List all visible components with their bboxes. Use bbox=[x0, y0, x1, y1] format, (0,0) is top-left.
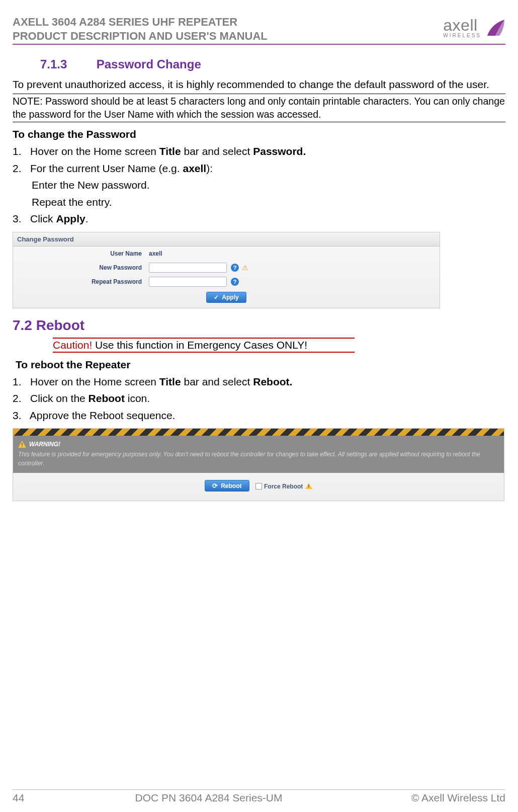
warning-triangle-icon bbox=[305, 483, 312, 489]
apply-button[interactable]: ✓ Apply bbox=[206, 292, 246, 303]
logo-swirl-icon bbox=[484, 18, 505, 39]
warning-triangle-icon bbox=[18, 441, 26, 448]
logo-text: axell bbox=[443, 16, 477, 34]
r1-pre: Hover on the Home screen bbox=[30, 376, 159, 387]
step1-mid: bar and select bbox=[181, 145, 253, 157]
apply-row: ✓ Apply bbox=[13, 289, 440, 308]
caution-block: Caution! Use this function in Emergency … bbox=[53, 338, 355, 353]
r1-b1: Title bbox=[159, 376, 181, 387]
r1-b2: Reboot. bbox=[253, 376, 292, 387]
apply-button-label: Apply bbox=[222, 294, 238, 301]
reboot-panel: WARNING! This feature is provided for em… bbox=[13, 428, 504, 501]
subhead-reboot: To reboot the Repeater bbox=[13, 359, 505, 371]
header-line1: AXELL 3604 A284 SERIES UHF REPEATER bbox=[13, 15, 268, 29]
subhead-change-password: To change the Password bbox=[13, 128, 505, 140]
r2-pre: Click on the bbox=[30, 392, 89, 404]
copyright: © Axell Wireless Ltd bbox=[375, 792, 505, 804]
heading-7-1-3: 7.1.3 Password Change bbox=[40, 57, 505, 71]
r1-mid: bar and select bbox=[181, 376, 253, 387]
change-password-panel: Change Password User Name axell New Pass… bbox=[13, 232, 440, 308]
warning-title-row: WARNING! bbox=[18, 440, 499, 449]
doc-pn: DOC PN 3604 A284 Series-UM bbox=[43, 792, 375, 804]
step2-b: axell bbox=[183, 163, 206, 174]
r2-post: icon. bbox=[125, 392, 150, 404]
header-line2: PRODUCT DESCRIPTION AND USER'S MANUAL bbox=[13, 29, 268, 43]
row-new-password: New Password ? ⚠ bbox=[13, 261, 440, 275]
caution-rest: Use this function in Emergency Cases ONL… bbox=[92, 339, 307, 351]
warning-title: WARNING! bbox=[29, 440, 60, 449]
row-username: User Name axell bbox=[13, 247, 440, 261]
repeat-password-input[interactable] bbox=[149, 277, 227, 287]
heading-number: 7.1.3 bbox=[40, 57, 93, 71]
new-password-input[interactable] bbox=[149, 263, 227, 273]
r3-text: Approve the Reboot sequence. bbox=[30, 410, 176, 421]
step-2: 2. For the current User Name (e.g. axell… bbox=[13, 160, 505, 177]
help-icon[interactable]: ? bbox=[231, 264, 239, 272]
label-username: User Name bbox=[13, 250, 149, 257]
step1-pre: Hover on the Home screen bbox=[30, 145, 159, 157]
hazard-stripe bbox=[13, 429, 504, 436]
panel-title: Change Password bbox=[13, 232, 440, 247]
force-reboot-group: Force Reboot bbox=[255, 481, 312, 491]
heading-title: Password Change bbox=[97, 57, 201, 71]
step-2-sub1: Enter the New password. bbox=[13, 177, 505, 193]
step3-pre: Click bbox=[30, 213, 56, 224]
step1-b2: Password. bbox=[253, 145, 306, 157]
header-title-block: AXELL 3604 A284 SERIES UHF REPEATER PROD… bbox=[13, 15, 268, 43]
logo-textblock: axell WIRELESS bbox=[443, 19, 481, 38]
step3-b: Apply bbox=[56, 213, 85, 224]
force-reboot-label: Force Reboot bbox=[264, 483, 303, 490]
step1-b1: Title bbox=[159, 145, 181, 157]
step-3: 3. Click Apply. bbox=[13, 211, 505, 227]
intro-paragraph: To prevent unauthorized access, it is hi… bbox=[13, 77, 505, 92]
reboot-step-3: 3. Approve the Reboot sequence. bbox=[13, 408, 505, 424]
label-repeat-password: Repeat Password bbox=[13, 278, 149, 285]
step2-pre: For the current User Name (e.g. bbox=[30, 163, 183, 174]
page-header: AXELL 3604 A284 SERIES UHF REPEATER PROD… bbox=[13, 15, 505, 45]
r2-b: Reboot bbox=[89, 392, 125, 404]
reboot-button-row: ⟳ Reboot Force Reboot bbox=[13, 473, 504, 501]
caution-word: Caution! bbox=[53, 339, 92, 351]
page-footer: 44 DOC PN 3604 A284 Series-UM © Axell Wi… bbox=[13, 789, 505, 804]
logo-subtext: WIRELESS bbox=[443, 33, 481, 38]
heading-7-2: 7.2 Reboot bbox=[13, 317, 505, 334]
reboot-icon: ⟳ bbox=[212, 482, 218, 490]
reboot-button-label: Reboot bbox=[221, 482, 241, 490]
note-text: NOTE: Password should be at least 5 char… bbox=[13, 95, 505, 121]
step-2-sub2: Repeat the entry. bbox=[13, 194, 505, 210]
reboot-step-1: 1. Hover on the Home screen Title bar an… bbox=[13, 374, 505, 390]
check-icon: ✓ bbox=[214, 294, 219, 301]
warning-icon: ⚠ bbox=[242, 264, 248, 272]
step3-post: . bbox=[85, 213, 89, 224]
reboot-step-2: 2. Click on the Reboot icon. bbox=[13, 390, 505, 407]
value-username: axell bbox=[149, 250, 162, 257]
force-reboot-checkbox[interactable] bbox=[255, 483, 262, 490]
warning-text: This feature is provided for emergency p… bbox=[18, 450, 499, 468]
page-number: 44 bbox=[13, 792, 43, 804]
warning-body: WARNING! This feature is provided for em… bbox=[13, 436, 504, 473]
note-block: NOTE: Password should be at least 5 char… bbox=[13, 94, 505, 122]
help-icon[interactable]: ? bbox=[231, 278, 239, 286]
reboot-button[interactable]: ⟳ Reboot bbox=[205, 480, 249, 492]
step-1: 1. Hover on the Home screen Title bar an… bbox=[13, 143, 505, 159]
logo: axell WIRELESS bbox=[443, 15, 505, 39]
step2-post: ): bbox=[206, 163, 213, 174]
label-new-password: New Password bbox=[13, 264, 149, 271]
row-repeat-password: Repeat Password ? bbox=[13, 275, 440, 289]
